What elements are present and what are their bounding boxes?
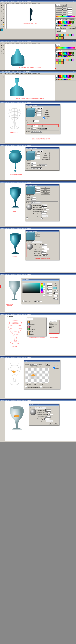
surface-select[interactable]: Plastic Shading [31,131,42,132]
swatch[interactable] [73,23,74,24]
type-tool[interactable]: T [2,6,4,8]
swatch[interactable] [71,77,73,78]
cap-on-icon[interactable]: ◉ [41,124,44,127]
tab-gradient[interactable]: Gradient [61,27,67,30]
swatch[interactable] [58,23,59,24]
symbol-swatch[interactable] [56,34,58,36]
symbol-thumb[interactable] [27,328,30,330]
swatch[interactable] [59,56,61,57]
swatch[interactable] [66,24,68,26]
swatch[interactable] [56,77,58,78]
swatch[interactable] [64,24,66,26]
symbol-tool[interactable]: ✱ [0,17,2,19]
slice-tool[interactable]: ⊞ [2,26,4,28]
swatch[interactable] [56,54,58,56]
swatch[interactable] [68,54,69,56]
rotate-tool[interactable]: ↻ [0,13,2,15]
swatch[interactable] [56,21,58,23]
swatch[interactable] [71,54,73,56]
swatch[interactable] [68,21,69,23]
scale-tool[interactable]: ⤢ [2,13,4,15]
swatch[interactable] [66,23,68,24]
menu-bar[interactable]: FileEditObjectTypeSelectFilterEffectView… [0,42,76,44]
symbol-swatch[interactable] [64,59,66,61]
eyedropper-tool[interactable]: ✐ [0,22,2,24]
swatch[interactable] [63,24,64,26]
menu-edit[interactable]: Edit [4,2,6,4]
perspective-value[interactable] [33,120,39,122]
menu-select[interactable]: Select [15,2,19,4]
weight-value[interactable] [61,30,66,32]
c-value[interactable] [67,7,72,9]
swatch[interactable] [64,52,66,54]
vase-3d[interactable] [9,46,26,66]
swatch[interactable] [73,21,74,23]
swatch[interactable] [56,75,58,77]
swatch[interactable] [58,77,59,78]
symbol-swatch[interactable] [61,59,64,61]
swatch[interactable] [64,78,66,80]
rotation-cube[interactable] [26,110,34,117]
swatch[interactable] [68,77,69,78]
swatch[interactable] [61,21,63,23]
canvas[interactable]: 这步得到实体的基本形状 3D Revolve Options Position:… [5,146,76,180]
cancel-button[interactable]: Cancel [53,285,58,286]
swatch[interactable] [69,54,71,56]
c-slider[interactable] [57,8,67,9]
symbol-grid[interactable] [56,34,75,39]
wineglass-red-wire[interactable] [7,320,24,344]
swatch[interactable] [63,78,64,80]
swatch[interactable] [69,24,71,26]
angle-dial-icon[interactable]: ◐ [31,125,32,127]
symbol-swatch[interactable] [61,61,64,64]
map-art-button[interactable]: Map Art... [43,113,51,115]
swatch[interactable] [64,77,66,78]
wineglass-grey[interactable] [7,279,22,302]
swatch[interactable] [73,54,74,56]
symbol-swatch[interactable] [64,34,66,36]
warp-tool[interactable]: 〰 [0,15,2,17]
swatch[interactable] [61,77,63,78]
line-tool[interactable]: ╲ [0,9,2,11]
swatch[interactable] [58,52,59,54]
x-angle[interactable] [36,110,42,112]
symbol-swatch[interactable] [59,61,61,64]
tab-stroke[interactable]: Stroke [56,27,61,30]
canvas[interactable]: 得到的最终颜色 3D Revolve Options Position:Cust… [5,103,76,143]
symbol-swatch[interactable] [69,34,71,36]
z-angle[interactable] [36,114,42,116]
brush-tool[interactable]: 🖌 [0,11,2,13]
light-sphere[interactable] [26,204,32,210]
menu-file[interactable]: File [0,2,2,4]
menu-bar[interactable]: FileEditObjectTypeSelectFilterEffectView… [0,72,76,74]
ok-button[interactable]: OK [49,423,52,424]
swatch[interactable] [71,75,73,77]
canvas[interactable]: Map Art Symbol:Goldfish Surface:|◀◀1 of … [5,358,76,398]
menu-object[interactable]: Object [7,2,10,4]
swatch[interactable] [64,56,66,57]
symbol-thumb[interactable] [27,326,30,328]
swatch[interactable] [61,23,63,24]
fill-color[interactable] [0,28,3,31]
symbol-thumb[interactable] [27,323,30,326]
cancel-button[interactable]: Cancel [53,365,59,367]
swatch[interactable] [73,77,74,78]
canvas[interactable]: 3D Revolve Options Surface:Plastic Shadi… [5,401,76,441]
swatch[interactable] [56,23,58,24]
fill-swatch[interactable] [0,285,3,288]
canvas[interactable]: 前面加光 3D Revolve Options OKCancel Surface… [5,229,76,272]
rect-tool[interactable]: ▭ [2,9,4,11]
symbols-panel-float[interactable]: Symbols Goldfish Bubbles Coral Seaweed S… [27,318,47,336]
symbol-swatch[interactable] [61,34,64,36]
tab-color[interactable]: Color [56,4,60,6]
surface-first[interactable]: |◀ [42,363,45,366]
y-slider[interactable] [57,12,66,13]
color-field[interactable] [22,283,40,294]
symbol-swatch[interactable] [56,36,58,39]
symbol-swatch[interactable] [66,34,69,36]
symbol-select[interactable]: Goldfish [30,364,37,366]
direct-select-tool[interactable]: △ [2,4,4,6]
symbol-swatch[interactable] [59,34,61,36]
light-sphere[interactable] [27,244,33,250]
swatch[interactable] [68,56,69,57]
